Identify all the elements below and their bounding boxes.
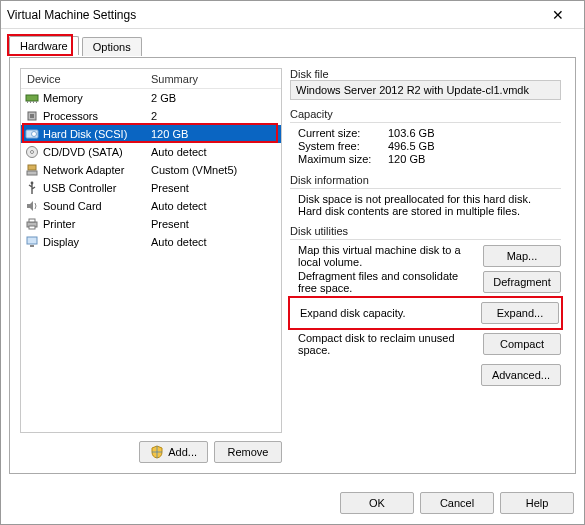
disk-utilities-group: Disk utilities Map this virtual machine … — [290, 225, 561, 386]
util-compact-row: Compact disk to reclaim unused space. Co… — [290, 332, 561, 356]
defragment-button[interactable]: Defragment — [483, 271, 561, 293]
right-pane: Disk file Windows Server 2012 R2 with Up… — [290, 68, 565, 463]
device-row-printer[interactable]: Printer Present — [21, 215, 281, 233]
hardware-panel: Device Summary Memory 2 GB Proces — [9, 57, 576, 474]
device-summary: Auto detect — [151, 200, 281, 212]
disk-info-text2: Hard disk contents are stored in multipl… — [290, 205, 561, 217]
device-row-sound[interactable]: Sound Card Auto detect — [21, 197, 281, 215]
svg-rect-3 — [33, 101, 34, 103]
tab-strip: Hardware Options — [9, 35, 576, 57]
device-buttons: Add... Remove — [20, 433, 282, 463]
device-row-network[interactable]: Network Adapter Custom (VMnet5) — [21, 161, 281, 179]
svg-rect-0 — [26, 95, 38, 101]
device-name: USB Controller — [43, 182, 116, 194]
device-name: Sound Card — [43, 200, 102, 212]
device-summary: Present — [151, 218, 281, 230]
device-row-usb[interactable]: USB Controller Present — [21, 179, 281, 197]
svg-rect-18 — [30, 245, 34, 247]
device-name: Network Adapter — [43, 164, 124, 176]
current-size-label: Current size: — [298, 127, 382, 139]
disk-info-label: Disk information — [290, 174, 561, 186]
svg-rect-4 — [36, 101, 37, 103]
svg-rect-15 — [29, 219, 35, 222]
memory-icon — [25, 91, 39, 105]
util-expand-row: Expand disk capacity. Expand... — [292, 302, 559, 324]
device-summary: Custom (VMnet5) — [151, 164, 281, 176]
window-title: Virtual Machine Settings — [7, 8, 538, 22]
capacity-label: Capacity — [290, 108, 561, 120]
expand-button[interactable]: Expand... — [481, 302, 559, 324]
device-row-harddisk[interactable]: Hard Disk (SCSI) 120 GB — [21, 125, 281, 143]
max-size-label: Maximum size: — [298, 153, 382, 165]
remove-button[interactable]: Remove — [214, 441, 282, 463]
device-name: CD/DVD (SATA) — [43, 146, 123, 158]
device-name: Memory — [43, 92, 83, 104]
left-pane: Device Summary Memory 2 GB Proces — [20, 68, 282, 463]
util-expand-text: Expand disk capacity. — [292, 307, 475, 319]
harddisk-icon — [25, 127, 39, 141]
advanced-button[interactable]: Advanced... — [481, 364, 561, 386]
util-defrag-text: Defragment files and consolidate free sp… — [290, 270, 477, 294]
sound-icon — [25, 199, 39, 213]
help-button[interactable]: Help — [500, 492, 574, 514]
device-summary: Auto detect — [151, 146, 281, 158]
dialog-body: Hardware Options Device Summary Memory — [1, 29, 584, 482]
ok-button[interactable]: OK — [340, 492, 414, 514]
device-row-memory[interactable]: Memory 2 GB — [21, 89, 281, 107]
device-name: Display — [43, 236, 79, 248]
util-map-text: Map this virtual machine disk to a local… — [290, 244, 477, 268]
add-button[interactable]: Add... — [139, 441, 208, 463]
device-row-display[interactable]: Display Auto detect — [21, 233, 281, 251]
device-summary: 120 GB — [151, 128, 281, 140]
disk-file-group: Disk file Windows Server 2012 R2 with Up… — [290, 68, 561, 100]
svg-point-8 — [32, 132, 37, 137]
disk-file-field[interactable]: Windows Server 2012 R2 with Update-cl1.v… — [290, 80, 561, 100]
compact-button[interactable]: Compact — [483, 333, 561, 355]
disk-utilities-label: Disk utilities — [290, 225, 561, 237]
system-free-value: 496.5 GB — [388, 140, 434, 152]
advanced-row: Advanced... — [290, 358, 561, 386]
device-list[interactable]: Device Summary Memory 2 GB Proces — [20, 68, 282, 433]
button-label: Add... — [168, 446, 197, 458]
svg-rect-2 — [30, 101, 31, 103]
disk-file-label: Disk file — [290, 68, 561, 80]
col-device: Device — [21, 73, 151, 85]
highlight-annotation: Expand disk capacity. Expand... — [288, 296, 563, 330]
util-compact-text: Compact disk to reclaim unused space. — [290, 332, 477, 356]
util-map-row: Map this virtual machine disk to a local… — [290, 244, 561, 268]
close-button[interactable]: ✕ — [538, 5, 578, 25]
separator — [290, 122, 561, 123]
svg-rect-16 — [29, 226, 35, 229]
svg-rect-11 — [28, 165, 36, 170]
col-summary: Summary — [151, 73, 281, 85]
max-size-value: 120 GB — [388, 153, 425, 165]
dialog-footer: OK Cancel Help — [1, 482, 584, 524]
device-name: Processors — [43, 110, 98, 122]
tab-hardware[interactable]: Hardware — [9, 36, 79, 55]
current-size-value: 103.6 GB — [388, 127, 434, 139]
shield-icon — [150, 445, 164, 459]
cancel-button[interactable]: Cancel — [420, 492, 494, 514]
disk-info-group: Disk information Disk space is not preal… — [290, 174, 561, 217]
map-button[interactable]: Map... — [483, 245, 561, 267]
util-defrag-row: Defragment files and consolidate free sp… — [290, 270, 561, 294]
titlebar: Virtual Machine Settings ✕ — [1, 1, 584, 29]
tab-options[interactable]: Options — [82, 37, 142, 56]
svg-rect-6 — [30, 114, 34, 118]
system-free-label: System free: — [298, 140, 382, 152]
device-summary: Auto detect — [151, 236, 281, 248]
separator — [290, 188, 561, 189]
printer-icon — [25, 217, 39, 231]
button-label: Remove — [228, 446, 269, 458]
usb-icon — [25, 181, 39, 195]
separator — [290, 239, 561, 240]
svg-point-10 — [31, 151, 34, 154]
device-row-cddvd[interactable]: CD/DVD (SATA) Auto detect — [21, 143, 281, 161]
disk-info-text1: Disk space is not preallocated for this … — [290, 193, 561, 205]
svg-point-13 — [31, 182, 34, 185]
device-summary: Present — [151, 182, 281, 194]
svg-rect-17 — [27, 237, 37, 244]
device-row-processors[interactable]: Processors 2 — [21, 107, 281, 125]
device-summary: 2 — [151, 110, 281, 122]
column-headers: Device Summary — [21, 69, 281, 89]
